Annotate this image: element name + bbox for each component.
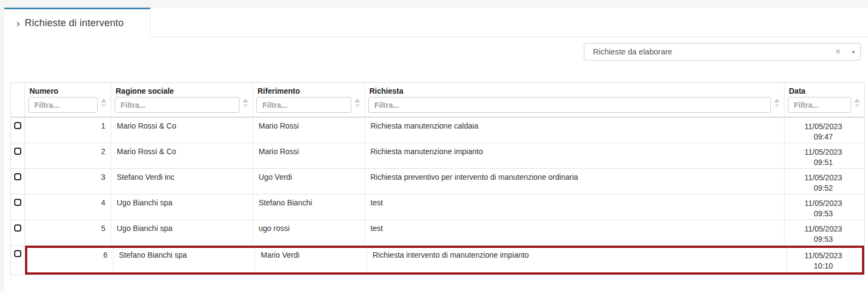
column-label[interactable]: Numero [28,86,107,97]
cell-richiesta: test [365,194,785,220]
highlight-border: 6 Stefano Bianchi spa Mario Verdi Richie… [25,246,864,275]
cell-ragione-sociale: Stefano Bianchi spa [113,248,255,272]
page-top-strip [0,0,868,8]
chevron-down-icon[interactable]: ▾ [846,49,860,55]
row-checkbox[interactable] [14,173,21,180]
sort-arrows-icon[interactable] [101,99,106,108]
filter-input-data[interactable] [788,97,851,113]
cell-date: 11/05/2023 [785,224,862,234]
dropdown-selected-value: Richieste da elaborare [584,47,830,56]
cell-time: 09:51 [785,157,862,168]
cell-time: 09:47 [785,132,862,142]
select-column-header [11,83,25,117]
cell-riferimento: Stefano Bianchi [253,194,365,220]
cell-numero: 1 [25,118,111,143]
filter-input-numero[interactable] [28,97,98,113]
status-filter-dropdown[interactable]: Richieste da elaborare × ▾ [584,43,861,60]
cell-time: 09:53 [785,209,862,219]
cell-date: 11/05/2023 [785,198,862,209]
column-header-data: Data [785,83,864,117]
cell-riferimento: ugo rossi [253,220,365,245]
cell-numero: 2 [25,143,111,168]
tab-bar-filler [151,8,868,37]
cell-ragione-sociale: Mario Rossi & Co [111,143,253,168]
cell-richiesta: Richiesta intervento di manutenzione imp… [367,248,787,272]
row-select-cell [11,169,25,194]
toolbar: Richieste da elaborare × ▾ [0,37,868,60]
cell-richiesta: Richiesta manutenzione impianto [365,143,785,168]
cell-numero: 3 [25,169,111,194]
cell-numero: 5 [25,220,111,245]
table-row[interactable]: 4 Ugo Bianchi spa Stefano Bianchi test 1… [11,194,864,220]
cell-data: 11/05/2023 09:47 [785,118,864,143]
column-label[interactable]: Riferimento [256,86,361,97]
column-label[interactable]: Richiesta [368,86,781,97]
row-select-cell [11,118,25,143]
cell-richiesta: Richiesta manutenzione caldaia [365,118,785,143]
column-header-riferimento: Riferimento [253,83,365,117]
column-header-richiesta: Richiesta [365,83,785,117]
cell-time: 10:10 [787,261,860,271]
row-select-cell [11,220,25,245]
row-checkbox[interactable] [14,122,21,129]
cell-ragione-sociale: Mario Rossi & Co [111,118,253,143]
cell-date: 11/05/2023 [785,121,862,132]
row-checkbox[interactable] [14,224,21,232]
column-label[interactable]: Ragione sociale [115,86,249,97]
filter-input-riferimento[interactable] [256,97,351,113]
cell-ragione-sociale: Ugo Bianchi spa [111,194,253,220]
cell-numero: 4 [25,194,111,220]
cell-numero: 6 [27,248,113,272]
cell-richiesta: test [365,220,785,245]
table-row[interactable]: 2 Mario Rossi & Co Mario Rossi Richiesta… [11,143,864,169]
cell-time: 09:53 [785,234,862,245]
filter-input-ragione-sociale[interactable] [115,97,240,113]
table-row[interactable]: 1 Mario Rossi & Co Mario Rossi Richiesta… [11,118,864,143]
column-header-numero: Numero [25,83,111,117]
sort-arrows-icon[interactable] [854,99,860,108]
table-row-highlighted[interactable]: 6 Stefano Bianchi spa Mario Verdi Richie… [11,246,864,275]
tab-richieste-di-intervento[interactable]: › Richieste di intervento [4,8,151,37]
column-label[interactable]: Data [788,86,861,97]
page-left-gutter [0,0,4,292]
table-row[interactable]: 5 Ugo Bianchi spa ugo rossi test 11/05/2… [11,220,864,246]
cell-data: 11/05/2023 09:53 [785,194,864,220]
tab-bar: › Richieste di intervento [4,8,868,37]
row-select-cell [11,143,25,168]
sort-arrows-icon[interactable] [243,99,248,108]
cell-data: 11/05/2023 09:53 [785,220,864,245]
chevron-right-icon: › [16,18,20,28]
cell-ragione-sociale: Stefano Verdi inc [111,169,253,194]
cell-richiesta: Richiesta preventivo per intervento di m… [365,169,785,194]
cell-date: 11/05/2023 [785,147,862,157]
clear-selection-icon[interactable]: × [830,47,846,57]
row-checkbox[interactable] [14,199,21,206]
filter-input-richiesta[interactable] [368,97,771,113]
row-checkbox[interactable] [14,148,21,155]
cell-riferimento: Mario Rossi [253,143,365,168]
cell-data: 11/05/2023 09:51 [785,143,864,168]
tab-title: Richieste di intervento [25,17,124,29]
sort-arrows-icon[interactable] [774,99,780,108]
cell-date: 11/05/2023 [787,251,860,261]
cell-data: 11/05/2023 10:10 [787,248,862,272]
table-row[interactable]: 3 Stefano Verdi inc Ugo Verdi Richiesta … [11,169,864,194]
requests-table: Numero Ragione sociale Riferimento Richi… [10,82,865,275]
sort-arrows-icon[interactable] [355,99,360,108]
cell-date: 11/05/2023 [785,173,862,183]
cell-riferimento: Mario Verdi [255,248,367,272]
table-header-row: Numero Ragione sociale Riferimento Richi… [11,83,864,118]
cell-data: 11/05/2023 09:52 [785,169,864,194]
cell-riferimento: Ugo Verdi [253,169,365,194]
row-checkbox[interactable] [14,250,21,257]
cell-ragione-sociale: Ugo Bianchi spa [111,220,253,245]
cell-riferimento: Mario Rossi [253,118,365,143]
row-select-cell [11,194,25,220]
row-select-cell [11,246,25,275]
cell-time: 09:52 [785,183,862,193]
column-header-ragione-sociale: Ragione sociale [111,83,253,117]
